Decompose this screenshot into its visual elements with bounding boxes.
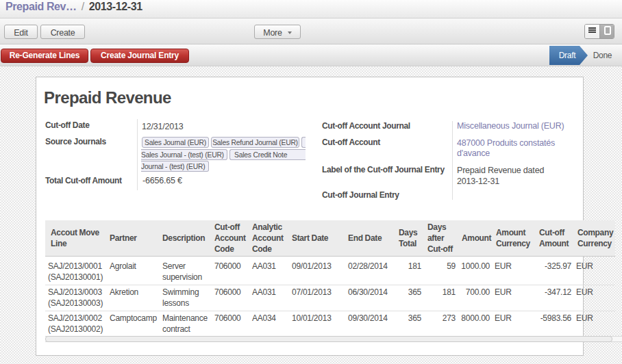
svg-text:Draft: Draft [559, 51, 576, 60]
